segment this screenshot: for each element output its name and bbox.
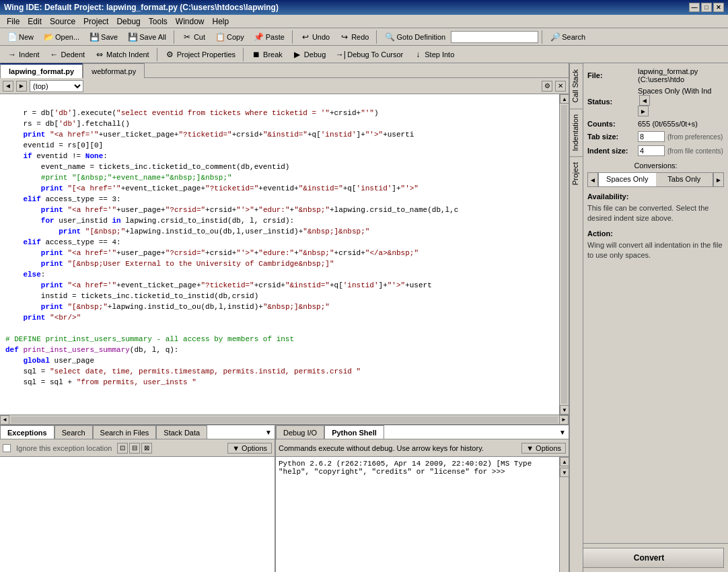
indent-size-note: (from file contents) [667,147,723,155]
open-button[interactable]: 📂 Open... [39,30,83,44]
project-properties-button[interactable]: ⚙ Project Properties [161,47,240,62]
h-scroll-thumb[interactable] [11,417,558,423]
redo-icon: ↪ [339,32,350,42]
python-scroll-down[interactable]: ▼ [560,468,569,477]
save-button[interactable]: 💾 Save [85,30,122,44]
paste-button[interactable]: 📌 Paste [250,30,289,44]
counts-row: Counts: 655 (0t/655s/0t+s) [587,120,724,128]
menu-help[interactable]: Help [209,15,233,28]
side-tab-call-stack[interactable]: Call Stack [570,63,583,108]
exceptions-btn-2[interactable]: ⊟ [129,443,140,454]
tab-webformat[interactable]: webformat.py [83,63,145,78]
back-button[interactable]: ◄ [3,81,13,92]
forward-button[interactable]: ► [16,81,27,92]
conv-nav-left[interactable]: ◄ [587,172,598,187]
toolbar-2: → Indent ← Dedent ⇔ Match Indent ⚙ Proje… [0,46,728,63]
editor-vertical-scrollbar[interactable]: ▲ ▼ [559,94,569,415]
editor-toolbar: ◄ ► (top) ⚙ ✕ [0,78,569,94]
right-tabs-arrow: ▼ [559,425,569,439]
indent-size-label: Indent size: [587,147,638,155]
indent-icon: → [7,49,17,60]
exceptions-btn-3[interactable]: ⊠ [141,443,152,454]
main-layout: lapwing_format.py webformat.py ◄ ► (top)… [0,63,728,572]
tab-size-input[interactable] [638,131,665,142]
status-left-btn[interactable]: ◄ [639,95,650,106]
code-editor[interactable]: r = db['db'].execute("select eventid fro… [0,94,559,415]
tab-search-in-files[interactable]: Search in Files [93,425,157,439]
undo-button[interactable]: ↩ Undo [296,30,334,44]
new-button[interactable]: 📄 New [3,30,38,44]
maximize-button[interactable]: □ [701,3,712,12]
scroll-left-arrow[interactable]: ◄ [0,415,9,425]
save-all-button[interactable]: 💾 Save All [123,30,170,44]
conv-tab-spaces[interactable]: Spaces Only [599,173,656,186]
menu-source[interactable]: Source [46,15,79,28]
cut-button[interactable]: ✂ Cut [178,30,209,44]
search-toolbar-button[interactable]: 🔎 Search [546,30,589,44]
file-row: File: lapwing_format.py (C:\users\htdo [587,67,724,83]
convert-button[interactable]: Convert [574,548,724,568]
left-dropdown-arrow[interactable]: ▼ [265,429,272,436]
scroll-thumb[interactable] [561,105,567,404]
python-scroll-up[interactable]: ▲ [560,457,569,466]
scroll-down-arrow[interactable]: ▼ [560,405,569,415]
tab-lapwing[interactable]: lapwing_format.py [0,63,83,78]
side-tab-indentation[interactable]: Indentation [570,108,583,156]
exceptions-btn-1[interactable]: ⊡ [117,443,128,454]
menu-edit[interactable]: Edit [24,15,46,28]
break-button[interactable]: ⏹ Break [247,47,287,62]
tab-debug-io[interactable]: Debug I/O [276,425,324,439]
match-indent-button[interactable]: ⇔ Match Indent [90,47,153,62]
tab-size-label: Tab size: [587,133,638,141]
copy-button[interactable]: 📋 Copy [211,30,248,44]
minimize-button[interactable]: — [689,3,700,12]
conv-nav-right[interactable]: ► [713,172,724,187]
horizontal-scrollbar[interactable]: ◄ ► [0,415,569,424]
scroll-up-arrow[interactable]: ▲ [560,94,569,104]
debug-icon: ▶ [292,49,303,60]
redo-button[interactable]: ↪ Redo [335,30,373,44]
indent-size-input[interactable] [638,145,665,156]
availability-text: This file can be converted. Select the d… [587,203,724,224]
python-shell-content[interactable]: Python 2.6.2 (r262:71605, Apr 14 2009, 2… [276,457,559,572]
location-select[interactable]: (top) [30,80,83,92]
scroll-right-arrow[interactable]: ► [559,415,569,425]
debug-cursor-icon: →| [335,49,346,60]
menu-tools[interactable]: Tools [145,15,172,28]
open-icon: 📂 [43,32,54,42]
step-into-button[interactable]: ↓ Step Into [408,47,458,62]
close-editor-button[interactable]: ✕ [555,81,566,92]
tab-exceptions[interactable]: Exceptions [0,425,54,439]
conversions-section: Conversions: ◄ Spaces Only Tabs Only ► [587,162,724,187]
dedent-button[interactable]: ← Dedent [45,47,89,62]
tab-stack-data[interactable]: Stack Data [156,425,207,439]
menu-file[interactable]: File [3,15,24,28]
goto-definition-button[interactable]: 🔍 Goto Definition [380,30,449,44]
tab-search[interactable]: Search [54,425,93,439]
debug-to-cursor-button[interactable]: →| Debug To Cursor [331,47,407,62]
ignore-checkbox[interactable] [3,444,11,452]
tab-size-row: Tab size: (from preferences) [587,131,724,142]
exceptions-options-button[interactable]: ▼ Options [227,443,272,454]
match-indent-icon: ⇔ [94,49,105,60]
menu-debug[interactable]: Debug [112,15,144,28]
tab-size-note: (from preferences) [667,133,723,141]
settings-button[interactable]: ⚙ [542,81,552,92]
goto-input[interactable] [451,31,538,43]
right-dropdown-arrow[interactable]: ▼ [559,429,566,436]
status-right-btn[interactable]: ► [638,106,649,116]
menu-window[interactable]: Window [172,15,209,28]
debug-button[interactable]: ▶ Debug [288,47,330,62]
editor-toolbar-right: ⚙ ✕ [542,81,566,92]
indent-button[interactable]: → Indent [3,47,44,62]
bottom-panel: Exceptions Search Search in Files Stack … [0,424,569,572]
python-scrollbar[interactable]: ▲ ▼ [559,457,569,572]
close-button[interactable]: ✕ [713,3,724,12]
python-options-button[interactable]: ▼ Options [521,443,566,454]
side-tab-project[interactable]: Project [570,156,583,190]
menu-project[interactable]: Project [79,15,112,28]
status-row: Status: Spaces Only (With Ind ◄ ► [587,87,724,116]
python-content-area: Python 2.6.2 (r262:71605, Apr 14 2009, 2… [276,457,569,572]
conv-tab-tabs[interactable]: Tabs Only [656,173,713,186]
tab-python-shell[interactable]: Python Shell [324,425,384,439]
